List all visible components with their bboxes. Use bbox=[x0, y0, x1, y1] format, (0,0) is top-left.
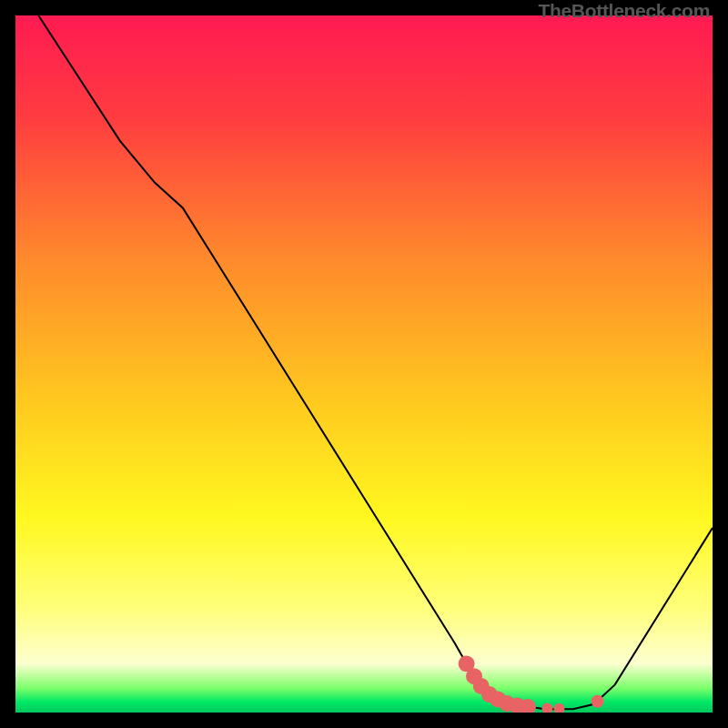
chart-container: TheBottleneck.com bbox=[0, 0, 728, 728]
data-marker bbox=[541, 703, 552, 713]
watermark-text: TheBottleneck.com bbox=[538, 0, 710, 22]
plot-area bbox=[15, 15, 713, 713]
data-marker bbox=[592, 695, 604, 708]
bottleneck-curve bbox=[15, 15, 713, 713]
data-marker bbox=[554, 703, 565, 713]
